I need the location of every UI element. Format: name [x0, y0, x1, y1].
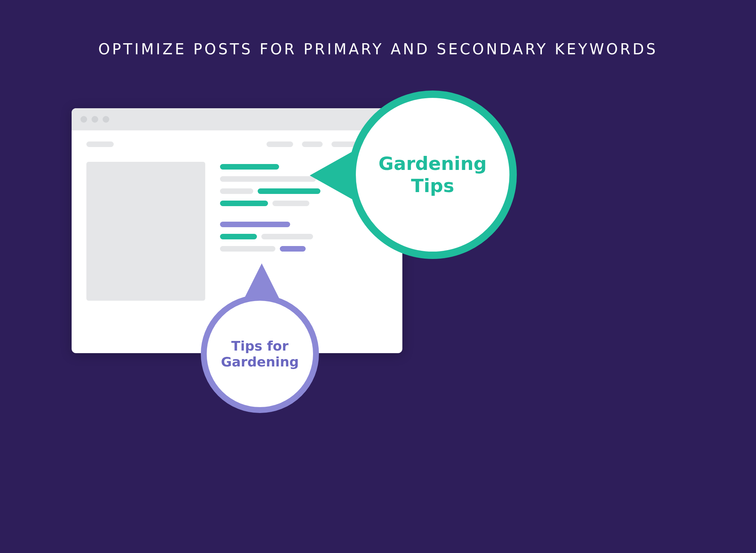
primary-keyword-label: Gardening Tips	[356, 153, 509, 197]
text-placeholder	[220, 188, 253, 194]
diagram-canvas: Gardening Tips Tips for Gardening	[72, 108, 684, 515]
text-placeholder	[261, 234, 313, 239]
keyword-secondary-highlight	[220, 222, 290, 227]
window-dot-icon	[103, 116, 109, 123]
nav-item-placeholder	[302, 141, 323, 147]
keyword-secondary-highlight	[280, 246, 306, 252]
window-dot-icon	[80, 116, 87, 123]
nav-placeholder	[86, 141, 388, 147]
bubble-secondary: Tips for Gardening	[201, 295, 319, 413]
text-placeholder	[272, 201, 309, 206]
brand-placeholder	[86, 141, 114, 147]
text-placeholder	[220, 246, 275, 252]
keyword-primary-highlight	[220, 201, 268, 206]
nav-item-placeholder	[267, 141, 293, 147]
callout-primary: Gardening Tips	[348, 91, 517, 259]
callout-secondary: Tips for Gardening	[201, 295, 319, 413]
keyword-primary-highlight	[220, 234, 257, 239]
bubble-primary: Gardening Tips	[348, 91, 517, 259]
image-placeholder	[86, 162, 205, 301]
secondary-keyword-label: Tips for Gardening	[207, 338, 313, 370]
text-placeholder	[220, 176, 316, 182]
diagram-title: OPTIMIZE POSTS FOR PRIMARY AND SECONDARY…	[98, 41, 658, 58]
window-dot-icon	[92, 116, 98, 123]
keyword-primary-highlight	[220, 164, 279, 170]
